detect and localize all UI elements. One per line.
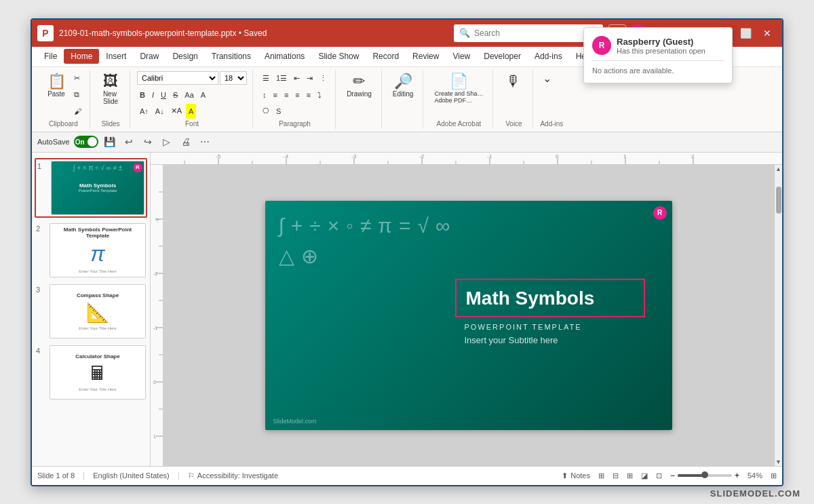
zoom-track[interactable] <box>678 474 732 477</box>
scroll-up-arrow[interactable]: ▲ <box>775 165 783 173</box>
slide-thumb-3[interactable]: 3 Compass Shape 📐 Enter Your Title Here <box>35 283 147 340</box>
justify-button[interactable]: ≡ <box>304 88 313 102</box>
menu-slideshow[interactable]: Slide Show <box>311 49 366 64</box>
normal-view-button[interactable]: ⊞ <box>598 471 604 480</box>
scroll-down-arrow[interactable]: ▼ <box>775 458 783 466</box>
slide-1-avatar: R <box>133 163 142 172</box>
svg-rect-25 <box>151 165 163 466</box>
bullets-button[interactable]: ☰ <box>260 71 272 86</box>
zoom-fill <box>678 474 705 477</box>
scroll-thumb[interactable] <box>776 187 781 214</box>
line-spacing-button[interactable]: ↕ <box>260 88 269 102</box>
drawing-button[interactable]: ✏ Drawing <box>343 71 376 100</box>
bold-button[interactable]: B <box>137 88 148 102</box>
editing-button[interactable]: 🔎 Editing <box>389 71 418 100</box>
slide-canvas[interactable]: ∫+÷ ×◦ ≠ π = √ ∞ △ ⊕ <box>163 165 774 466</box>
slide-title-box[interactable]: Math Symbols <box>455 278 645 317</box>
slide-num-4: 4 <box>36 345 45 355</box>
outline-view-button[interactable]: ⊟ <box>613 471 619 480</box>
addins-expand-button[interactable]: ⌄ <box>540 71 554 86</box>
editing-group-label <box>389 126 418 128</box>
slide-thumb-4[interactable]: 4 Calculator Shape 🖩 Enter Your Title He… <box>35 344 147 401</box>
restore-button[interactable]: ⬜ <box>736 24 755 43</box>
menu-draw[interactable]: Draw <box>133 49 166 64</box>
zoom-knob[interactable] <box>701 471 708 478</box>
menu-developer[interactable]: Developer <box>477 49 528 64</box>
menu-transitions[interactable]: Transitions <box>205 49 258 64</box>
copy-button[interactable]: ⧉ <box>71 88 84 102</box>
zoom-out-button[interactable]: − <box>670 471 675 480</box>
format-painter-button[interactable]: 🖌 <box>71 104 84 119</box>
font-family-select[interactable]: Calibri <box>137 71 218 85</box>
search-input[interactable] <box>474 28 598 38</box>
italic-button[interactable]: I <box>149 88 157 102</box>
menu-view[interactable]: View <box>446 49 477 64</box>
clear-format-button[interactable]: ✕A <box>168 104 185 119</box>
increase-indent-button[interactable]: ⇥ <box>304 71 315 86</box>
create-share-pdf-button[interactable]: 📄 Create and Sha…Adobe PDF… <box>430 71 487 106</box>
toggle-knob <box>88 137 97 147</box>
presenter-view-button[interactable]: ⊡ <box>656 471 662 480</box>
zoom-slider[interactable]: − + <box>670 471 739 480</box>
text-shadow-button[interactable]: S <box>273 104 284 119</box>
menu-review[interactable]: Review <box>406 49 446 64</box>
slide-thumb-1[interactable]: 1 ∫ + × π ÷ √ ∞ ≠ ± Math Symbols PowerPo… <box>35 158 147 218</box>
slide-num-2: 2 <box>36 223 45 233</box>
cut-icon: ✂ <box>74 74 80 83</box>
text-direction-button[interactable]: ⤵ <box>315 88 324 102</box>
highlight-button[interactable]: A <box>186 104 196 119</box>
slide-main[interactable]: ∫+÷ ×◦ ≠ π = √ ∞ △ ⊕ <box>265 201 672 430</box>
reading-view-button[interactable]: ◪ <box>641 471 648 480</box>
redo-button[interactable]: ↪ <box>140 134 155 149</box>
strikethrough-button[interactable]: S <box>170 88 180 102</box>
save-button[interactable]: 💾 <box>102 134 117 149</box>
cut-button[interactable]: ✂ <box>71 71 84 86</box>
align-center-button[interactable]: ≡ <box>282 88 291 102</box>
menu-home[interactable]: Home <box>64 49 99 64</box>
format-painter-icon: 🖌 <box>74 107 81 115</box>
new-slide-button[interactable]: 🖼 NewSlide <box>97 71 124 108</box>
slide-1-math-deco: ∫ + × π ÷ √ ∞ ≠ ± <box>52 161 144 214</box>
decrease-indent-button[interactable]: ⇤ <box>291 71 303 86</box>
accessibility-status[interactable]: ⚐ Accessibility: Investigate <box>188 471 278 480</box>
present-from-start-button[interactable]: ▷ <box>159 134 174 149</box>
slide-thumb-2[interactable]: 2 Math Symbols PowerPoint Template π Ent… <box>35 222 147 279</box>
numbering-button[interactable]: 1☰ <box>273 71 290 86</box>
menu-insert[interactable]: Insert <box>99 49 133 64</box>
vertical-scrollbar[interactable]: ▲ ▼ <box>774 165 782 466</box>
font-color-button[interactable]: A <box>198 88 208 102</box>
align-left-button[interactable]: ≡ <box>271 88 280 102</box>
menu-animations[interactable]: Animations <box>258 49 311 64</box>
search-box[interactable]: 🔍 <box>454 24 603 42</box>
column-layout-button[interactable]: ⋮ <box>317 71 330 86</box>
main-area: 1 ∫ + × π ÷ √ ∞ ≠ ± Math Symbols PowerPo… <box>32 153 782 466</box>
qa-more-button[interactable]: ⋯ <box>197 134 212 149</box>
font-case-button[interactable]: Aa <box>182 88 196 102</box>
menu-design[interactable]: Design <box>166 49 204 64</box>
fit-slide-button[interactable]: ⊞ <box>771 471 777 480</box>
slide-content-overlay: Math Symbols POWERPOINT TEMPLATE Insert … <box>455 278 645 345</box>
slides-label: Slides <box>97 119 124 128</box>
svg-text:-3: -3 <box>351 153 357 159</box>
underline-button[interactable]: U <box>158 88 169 102</box>
paste-button[interactable]: 📋 Paste <box>43 71 70 100</box>
font-size-up-button[interactable]: A↑ <box>137 104 151 119</box>
app-logo: P <box>37 25 54 41</box>
zoom-in-button[interactable]: + <box>735 471 739 480</box>
autosave-toggle[interactable]: On <box>74 136 98 148</box>
svg-rect-0 <box>151 153 782 165</box>
convert-smartart-button[interactable]: ⎔ <box>260 104 272 119</box>
qa-print-button[interactable]: 🖨 <box>178 134 193 149</box>
font-size-down-button[interactable]: A↓ <box>153 104 167 119</box>
undo-button[interactable]: ↩ <box>121 134 136 149</box>
menu-file[interactable]: File <box>37 49 64 64</box>
menu-record[interactable]: Record <box>366 49 406 64</box>
menu-addins[interactable]: Add-ins <box>528 49 569 64</box>
align-right-button[interactable]: ≡ <box>292 88 302 102</box>
svg-text:2: 2 <box>691 153 695 159</box>
voice-button[interactable]: 🎙 <box>500 71 527 92</box>
notes-button[interactable]: ⬆ Notes <box>562 471 590 480</box>
close-button[interactable]: ✕ <box>758 24 777 43</box>
slide-sorter-button[interactable]: ⊞ <box>627 471 633 480</box>
font-size-select[interactable]: 18 <box>220 71 247 85</box>
